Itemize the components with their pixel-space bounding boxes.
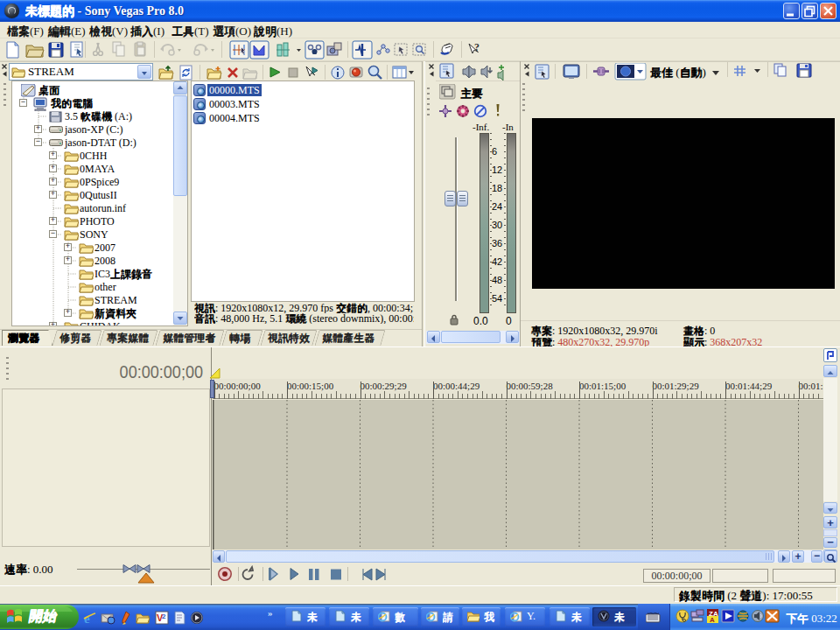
svg-text:?: ? bbox=[474, 41, 480, 53]
svg-text:2: 2 bbox=[162, 612, 166, 620]
svg-text:00:00:44;29: 00:00:44;29 bbox=[433, 381, 480, 391]
svg-text:00:00:29;29: 00:00:29;29 bbox=[360, 381, 408, 391]
svg-text:00:01:29;29: 00:01:29;29 bbox=[653, 381, 700, 391]
svg-text:00:00:59;28: 00:00:59;28 bbox=[507, 381, 554, 391]
svg-text:00:01:59;28: 00:01:59;28 bbox=[799, 381, 824, 391]
svg-text:00:00:00;00: 00:00:00;00 bbox=[214, 381, 262, 391]
svg-text:A: A bbox=[710, 616, 715, 624]
svg-text:00:01:44;29: 00:01:44;29 bbox=[725, 381, 773, 391]
svg-text:00:00:15;00: 00:00:15;00 bbox=[287, 381, 334, 391]
svg-text:00:01:15;00: 00:01:15;00 bbox=[579, 381, 626, 391]
